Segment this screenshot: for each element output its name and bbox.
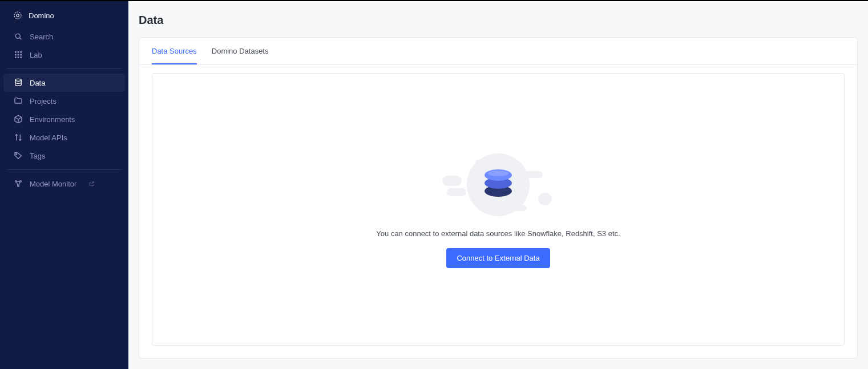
svg-line-3 bbox=[19, 38, 21, 39]
nav-divider bbox=[7, 68, 122, 69]
svg-point-14 bbox=[16, 153, 17, 155]
sidebar-item-label: Environments bbox=[30, 115, 75, 124]
database-icon bbox=[14, 78, 23, 87]
sidebar-item-projects[interactable]: Projects bbox=[0, 92, 128, 110]
svg-rect-6 bbox=[20, 51, 22, 53]
tab-panel: You can connect to external data sources… bbox=[139, 65, 857, 358]
svg-rect-12 bbox=[20, 56, 22, 58]
sidebar-item-label: Data bbox=[30, 79, 45, 87]
sidebar-item-label: Model APIs bbox=[30, 133, 67, 142]
brand[interactable]: Domino bbox=[0, 5, 128, 26]
connect-external-data-button[interactable]: Connect to External Data bbox=[446, 248, 550, 268]
svg-point-16 bbox=[20, 181, 22, 183]
svg-rect-8 bbox=[18, 54, 19, 56]
svg-rect-7 bbox=[15, 54, 17, 56]
cube-icon bbox=[14, 115, 23, 124]
sidebar-item-data[interactable]: Data bbox=[3, 74, 125, 92]
svg-rect-9 bbox=[20, 54, 22, 56]
monitor-icon bbox=[14, 179, 23, 188]
sidebar-item-label: Projects bbox=[30, 97, 56, 106]
tab-domino-datasets[interactable]: Domino Datasets bbox=[212, 38, 269, 64]
search-icon bbox=[14, 32, 23, 41]
arrows-icon bbox=[14, 133, 23, 142]
sidebar: Domino Search Lab Data bbox=[0, 1, 128, 369]
content-card: Data Sources Domino Datasets bbox=[139, 37, 858, 359]
main-area: Data Data Sources Domino Datasets bbox=[128, 1, 868, 369]
nav-divider bbox=[7, 169, 122, 170]
svg-rect-4 bbox=[15, 51, 17, 53]
datasource-hero-icon bbox=[441, 151, 555, 219]
tabs: Data Sources Domino Datasets bbox=[139, 38, 857, 65]
svg-point-1 bbox=[17, 14, 19, 17]
svg-point-13 bbox=[15, 79, 22, 81]
empty-state: You can connect to external data sources… bbox=[152, 73, 845, 346]
app-root: Domino Search Lab Data bbox=[0, 0, 868, 369]
sidebar-item-environments[interactable]: Environments bbox=[0, 110, 128, 128]
domino-logo-icon bbox=[13, 10, 23, 21]
svg-point-17 bbox=[18, 185, 19, 187]
svg-rect-10 bbox=[15, 56, 17, 58]
sidebar-item-label: Model Monitor bbox=[30, 180, 76, 188]
grid-icon bbox=[14, 50, 23, 59]
sidebar-item-tags[interactable]: Tags bbox=[0, 147, 128, 165]
tab-data-sources[interactable]: Data Sources bbox=[152, 38, 197, 64]
sidebar-item-search[interactable]: Search bbox=[0, 27, 128, 46]
nav-group-bottom: Model Monitor bbox=[0, 173, 128, 194]
sidebar-item-label: Tags bbox=[30, 152, 45, 160]
sidebar-item-lab[interactable]: Lab bbox=[0, 46, 128, 64]
tab-label: Domino Datasets bbox=[212, 47, 269, 55]
external-link-icon bbox=[87, 179, 96, 188]
tab-label: Data Sources bbox=[152, 47, 197, 55]
sidebar-item-model-apis[interactable]: Model APIs bbox=[0, 128, 128, 147]
nav-group-main: Data Projects Environments Model APIs bbox=[0, 72, 128, 166]
sidebar-item-model-monitor[interactable]: Model Monitor bbox=[0, 175, 128, 193]
folder-icon bbox=[14, 96, 23, 106]
svg-rect-5 bbox=[18, 51, 19, 53]
svg-point-15 bbox=[15, 181, 17, 183]
sidebar-item-label: Lab bbox=[30, 51, 42, 59]
svg-rect-11 bbox=[18, 56, 19, 58]
svg-point-0 bbox=[14, 12, 21, 19]
brand-label: Domino bbox=[29, 11, 54, 20]
svg-point-2 bbox=[15, 34, 20, 38]
tag-icon bbox=[14, 151, 23, 160]
page-title: Data bbox=[128, 1, 868, 37]
empty-state-message: You can connect to external data sources… bbox=[376, 229, 620, 238]
sidebar-item-label: Search bbox=[30, 33, 53, 41]
nav-group-top: Search Lab bbox=[0, 26, 128, 65]
